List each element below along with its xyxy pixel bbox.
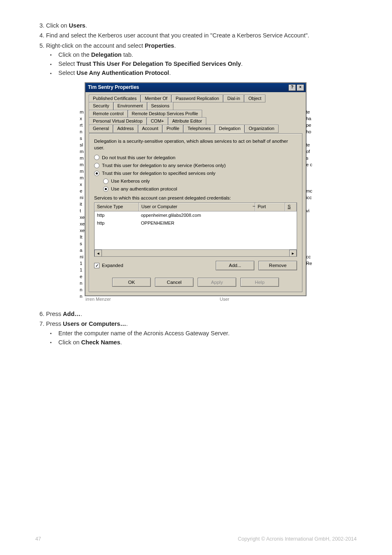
dialog-titlebar[interactable]: Tim Sentry Properties ? ×: [85, 83, 306, 92]
scroll-left-icon[interactable]: ◄: [95, 250, 102, 257]
step-7: Press Users or Computers…. Enter the com…: [46, 320, 357, 346]
radio-no-trust[interactable]: Do not trust this user for delegation: [94, 154, 297, 161]
radio-icon: [94, 171, 99, 176]
list-hscrollbar[interactable]: ◄ ►: [95, 249, 297, 256]
tab-password-replication[interactable]: Password Replication: [171, 95, 223, 102]
status-left: irren Menzer: [85, 296, 111, 302]
radio-icon: [94, 155, 99, 160]
step-6: Press Add….: [46, 310, 357, 318]
step7-bullet-1: Enter the computer name of the Acronis A…: [58, 329, 357, 337]
table-row[interactable]: httpOPPENHEIMER: [95, 219, 297, 227]
services-label: Services to which this account can prese…: [94, 195, 297, 201]
help-icon[interactable]: ?: [288, 84, 296, 91]
tab-com-[interactable]: COM+: [147, 117, 168, 125]
status-right: User: [220, 296, 229, 302]
step7-bullet-2: Click on Check Names.: [58, 338, 357, 346]
step5-bullet-2: Select Trust This User For Delegation To…: [58, 60, 357, 68]
add-button[interactable]: Add...: [216, 261, 254, 270]
help-button[interactable]: Help: [240, 278, 279, 287]
tab-attribute-editor[interactable]: Attribute Editor: [168, 117, 206, 125]
tab-published-certificates[interactable]: Published Certificates: [89, 95, 141, 102]
step5-text: Right-click on the account and select: [46, 42, 145, 49]
col-service-type[interactable]: Service Type: [95, 203, 139, 211]
copyright: Copyright © Acronis International GmbH, …: [238, 536, 357, 543]
cancel-button[interactable]: Cancel: [155, 278, 194, 287]
step3-text: Click on: [46, 22, 69, 29]
delegation-intro: Delegation is a security-sensitive opera…: [94, 138, 297, 151]
step4-text: Find and select the Kerberos user accoun…: [46, 32, 309, 39]
radio-specified-services[interactable]: Trust this user for delegation to specif…: [94, 170, 297, 176]
step5-bullet-3: Select Use Any Authentication Protocol.: [58, 69, 357, 77]
tab-security[interactable]: Security: [89, 102, 113, 110]
tab-remote-control[interactable]: Remote control: [89, 110, 128, 118]
left-clipped-letters: m x rt n s sl m m m m m x e ni it t xe x…: [80, 109, 85, 300]
tab-profile[interactable]: Profile: [162, 125, 183, 132]
radio-icon: [103, 186, 108, 192]
tab-object[interactable]: Object: [244, 95, 265, 102]
step5-bullet-1: Click on the Delegation tab.: [58, 51, 357, 59]
ok-button[interactable]: OK: [112, 278, 151, 287]
scroll-right-icon[interactable]: ►: [289, 250, 297, 257]
radio-kerberos-only[interactable]: Use Kerberos only: [103, 178, 297, 184]
tab-sessions[interactable]: Sessions: [147, 102, 174, 110]
tab-remote-desktop-services-profile[interactable]: Remote Desktop Services Profile: [128, 110, 202, 118]
tab-delegation[interactable]: Delegation: [215, 125, 245, 132]
radio-icon: [94, 163, 99, 168]
dialog-title: Tim Sentry Properties: [88, 84, 139, 91]
step-4: Find and select the Kerberos user accoun…: [46, 31, 357, 39]
tab-rows: Published CertificatesMember OfPassword …: [89, 95, 302, 133]
tab-address[interactable]: Address: [113, 125, 138, 132]
right-clipped-letters: te ha pe ho te of s e c mc icc vi cc Re: [306, 109, 312, 267]
col-port[interactable]: ↔ Port: [255, 203, 285, 211]
radio-any-auth[interactable]: Use any authentication protocol: [103, 186, 297, 192]
expanded-checkbox[interactable]: Expanded: [94, 262, 123, 269]
tab-environment[interactable]: Environment: [113, 102, 147, 110]
remove-button[interactable]: Remove: [258, 261, 297, 270]
tab-general[interactable]: General: [89, 125, 113, 132]
tab-organization[interactable]: Organization: [244, 125, 278, 132]
tab-delegation-page: Delegation is a security-sensitive opera…: [89, 133, 302, 292]
resize-cursor-icon: ↔: [252, 203, 256, 209]
checkbox-icon: [94, 263, 99, 268]
step5-tail: .: [174, 42, 176, 49]
tab-dial-in[interactable]: Dial-in: [223, 95, 244, 102]
step-5: Right-click on the account and select Pr…: [46, 42, 357, 77]
tab-account[interactable]: Account: [138, 125, 163, 132]
radio-any-service[interactable]: Trust this user for delegation to any se…: [94, 162, 297, 169]
col-user-computer[interactable]: User or Computer: [139, 203, 255, 211]
tab-telephones[interactable]: Telephones: [183, 125, 214, 132]
close-icon[interactable]: ×: [297, 84, 304, 91]
col-last[interactable]: S: [285, 203, 297, 211]
apply-button[interactable]: Apply: [198, 278, 236, 287]
services-listview[interactable]: Service Type User or Computer ↔ Port S h…: [94, 202, 297, 257]
tab-member-of[interactable]: Member Of: [141, 95, 171, 102]
tab-personal-virtual-desktop[interactable]: Personal Virtual Desktop: [89, 117, 147, 125]
step3-tail: .: [85, 22, 87, 29]
page-number: 47: [35, 536, 41, 543]
table-row[interactable]: httpoppenheimer.glilabs2008.com: [95, 211, 297, 219]
radio-icon: [103, 179, 108, 184]
step-3: Click on Users.: [46, 21, 357, 30]
step5-bold: Properties: [145, 42, 174, 49]
step3-bold: Users: [69, 22, 85, 29]
properties-dialog-figure: m x rt n s sl m m m m m x e ni it t xe x…: [85, 82, 307, 302]
